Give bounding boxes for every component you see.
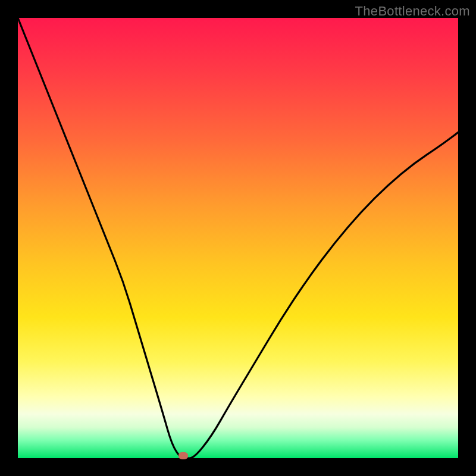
plot-area: [18, 18, 458, 458]
bottleneck-curve-path: [18, 18, 458, 458]
optimum-marker: [178, 452, 188, 459]
watermark-text: TheBottleneck.com: [355, 4, 470, 19]
curve-layer: [18, 18, 458, 458]
chart-frame: TheBottleneck.com: [0, 0, 476, 476]
